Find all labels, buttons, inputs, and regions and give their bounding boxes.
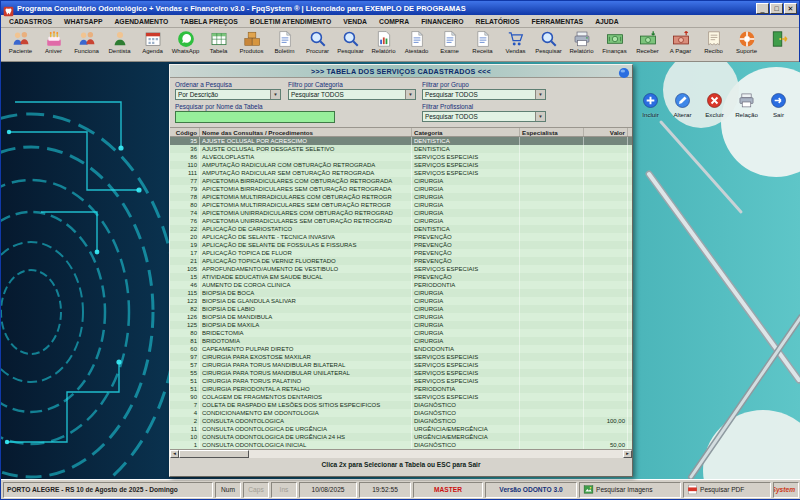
menu-item-tabela-pre-os[interactable]: TABELA PREÇOS bbox=[174, 18, 243, 25]
table-name-search-input[interactable] bbox=[175, 111, 335, 123]
toolbar-button-exame[interactable]: Exame bbox=[433, 29, 466, 55]
table-row[interactable]: 82BIOPSIA DE LABIOCIRURGIA bbox=[170, 305, 632, 313]
menu-item-ferramentas[interactable]: FERRAMENTAS bbox=[526, 18, 590, 25]
toolbar-button-atestado[interactable]: Atestado bbox=[400, 29, 433, 55]
menu-item-financeiro[interactable]: FINANCEIRO bbox=[415, 18, 469, 25]
categoria-select[interactable]: Pesquisar TODOS ▼ bbox=[288, 89, 416, 100]
table-row[interactable]: 57CIRURGIA PARA TORUS MANDIBULAR BILATER… bbox=[170, 361, 632, 369]
chevron-down-icon[interactable]: ▼ bbox=[270, 90, 280, 99]
toolbar-button-relat-rio[interactable]: Relatório bbox=[565, 29, 598, 55]
toolbar-button-a-pagar[interactable]: A Pagar bbox=[664, 29, 697, 55]
toolbar-button-paciente[interactable]: Paciente bbox=[4, 29, 37, 55]
scroll-track[interactable] bbox=[179, 450, 623, 458]
toolbar-button-suporte[interactable]: Suporte bbox=[730, 29, 763, 55]
table-row[interactable]: 20APLICAÇÃO DE SELANTE - TECNICA INVASIV… bbox=[170, 233, 632, 241]
table-row[interactable]: 35AJUSTE OCLUSAL POR ACRESCIMODENTISTICA bbox=[170, 137, 632, 145]
menu-item-agendamento[interactable]: AGENDAMENTO bbox=[108, 18, 174, 25]
menu-item-cadastros[interactable]: CADASTROS bbox=[3, 18, 58, 25]
table-row[interactable]: 15ATIVIDADE EDUCATIVA EM SAUDE BUCALPREV… bbox=[170, 273, 632, 281]
table-row[interactable]: 1CONSULTA ODONTOLOGICA INICIALDIAGNÓSTIC… bbox=[170, 441, 632, 449]
column-header[interactable]: Especialista bbox=[520, 128, 584, 136]
toolbar-button-funciona[interactable]: Funciona bbox=[70, 29, 103, 55]
table-row[interactable]: 21APLICAÇÃO TOPICA DE VERNIZ FLUORETADOP… bbox=[170, 257, 632, 265]
toolbar-button-relat-rio[interactable]: Relatório bbox=[367, 29, 400, 55]
toolbar-button-whatsapp[interactable]: WhatsApp bbox=[169, 29, 202, 55]
table-row[interactable]: 125BIOPSIA DE MAXILACIRURGIA bbox=[170, 321, 632, 329]
toolbar-button-pesquisar[interactable]: Pesquisar bbox=[334, 29, 367, 55]
table-row[interactable]: 22APLICAÇÃO DE CARIOSTATICODENTISTICA bbox=[170, 225, 632, 233]
table-row[interactable]: 2CONSULTA ODONTOLOGICADIAGNÓSTICO100,00 bbox=[170, 417, 632, 425]
search-images-button[interactable]: Pesquisar Imagens bbox=[579, 482, 681, 498]
column-header[interactable]: Categoria bbox=[412, 128, 520, 136]
toolbar-button-boletim[interactable]: Boletim bbox=[268, 29, 301, 55]
table-row[interactable]: 11CONSULTA ODONTOLOGICA DE URGÊNCIAURGÊN… bbox=[170, 425, 632, 433]
table-row[interactable]: 51CIRURGIA PARA TORUS PALATINOSERVIÇOS E… bbox=[170, 377, 632, 385]
toolbar-button-receita[interactable]: Receita bbox=[466, 29, 499, 55]
table-row[interactable]: 36AJUSTE OCLUSAL POR DESGASTE SELETIVODE… bbox=[170, 145, 632, 153]
ordenar-select[interactable]: Por Descrição ▼ bbox=[175, 89, 281, 100]
table-row[interactable]: 76APICETOMIA UNIRRADICULARES SEM OBTURAÇ… bbox=[170, 217, 632, 225]
menu-item-boletim-atendimento[interactable]: BOLETIM ATENDIMENTO bbox=[244, 18, 337, 25]
scroll-right-icon[interactable]: ► bbox=[623, 450, 632, 458]
table-row[interactable]: 55CIRURGIA PARA TORUS MANDIBULAR UNILATE… bbox=[170, 369, 632, 377]
toolbar-button-tabela[interactable]: Tabela bbox=[202, 29, 235, 55]
menu-item-compra[interactable]: COMPRA bbox=[373, 18, 415, 25]
toolbar-button-sair[interactable] bbox=[763, 29, 796, 48]
horizontal-scrollbar[interactable]: ◄ ► bbox=[170, 449, 632, 458]
column-header[interactable]: Nome das Consultas / Procedimentos bbox=[200, 128, 412, 136]
toolbar-button-vendas[interactable]: Vendas bbox=[499, 29, 532, 55]
table-row[interactable]: 111AMPUTAÇÃO RADICULAR SEM OBTURAÇÃO RET… bbox=[170, 169, 632, 177]
minimize-button[interactable]: _ bbox=[756, 3, 769, 14]
table-row[interactable]: 80APICETOMIA MULTIRRADICULARES SEM OBTUR… bbox=[170, 201, 632, 209]
chevron-down-icon[interactable]: ▼ bbox=[535, 112, 545, 121]
info-sphere-icon[interactable] bbox=[618, 65, 630, 77]
toolbar-button-procurar[interactable]: Procurar bbox=[301, 29, 334, 55]
table-row[interactable]: 105APROFUNDAMENTO/AUMENTO DE VESTIBULOSE… bbox=[170, 265, 632, 273]
table-row[interactable]: 4CONDICIONAMENTO EM ODONTOLOGIADIAGNÓSTI… bbox=[170, 409, 632, 417]
table-row[interactable]: 60CAPEAMENTO PULPAR DIRETOENDODONTIA bbox=[170, 345, 632, 353]
chevron-down-icon[interactable]: ▼ bbox=[405, 90, 415, 99]
table-row[interactable]: 110AMPUTAÇÃO RADICULAR COM OBTURAÇÃO RET… bbox=[170, 161, 632, 169]
maximize-button[interactable]: □ bbox=[770, 3, 783, 14]
menu-item-venda[interactable]: VENDA bbox=[337, 18, 373, 25]
table-row[interactable]: 46AUMENTO DE COROA CLINICAPERIODONTIA bbox=[170, 281, 632, 289]
table-row[interactable]: 115BIOPSIA DE BOCACIRURGIA bbox=[170, 289, 632, 297]
toolbar-button-produtos[interactable]: Produtos bbox=[235, 29, 268, 55]
scroll-thumb[interactable] bbox=[179, 450, 249, 458]
menu-item-ajuda[interactable]: AJUDA bbox=[589, 18, 624, 25]
incluir-button[interactable]: Incluir bbox=[638, 92, 663, 118]
search-pdf-button[interactable]: Pesquisar PDF bbox=[683, 482, 771, 498]
table-row[interactable]: 81BRIDOTOMIACIRURGIA bbox=[170, 337, 632, 345]
menu-item-whatsapp[interactable]: WHATSAPP bbox=[58, 18, 108, 25]
menu-item-relat-rios[interactable]: RELATÓRIOS bbox=[469, 18, 525, 25]
table-row[interactable]: 74APICETOMIA UNIRRADICULARES COM OBTURAÇ… bbox=[170, 209, 632, 217]
profissional-select[interactable]: Pesquisar TODOS ▼ bbox=[422, 111, 546, 122]
table-row[interactable]: 90COLAGEM DE FRAGMENTOS DENTARIOSSERVIÇO… bbox=[170, 393, 632, 401]
close-button[interactable]: ✕ bbox=[784, 3, 797, 14]
table-row[interactable]: 19APLICAÇÃO DE SELANTE DE FOSSULAS E FIS… bbox=[170, 241, 632, 249]
table-row[interactable]: 77APICETOMIA BIRRADICULARES COM OBTURAÇÃ… bbox=[170, 177, 632, 185]
table-row[interactable]: 97CIRURGIA PARA EXOSTOSE MAXILARSERVIÇOS… bbox=[170, 353, 632, 361]
table-row[interactable]: 78APICETOMIA MULTIRRADICULARES COM OBTUR… bbox=[170, 193, 632, 201]
relacao-button[interactable]: Relação bbox=[734, 92, 759, 118]
sair-button[interactable]: Sair bbox=[766, 92, 791, 118]
chevron-down-icon[interactable]: ▼ bbox=[535, 90, 545, 99]
table-row[interactable]: 126BIOPSIA DE MANDIBULACIRURGIA bbox=[170, 313, 632, 321]
table-row[interactable]: 123BIOPSIA DE GLANDULA SALIVARCIRURGIA bbox=[170, 297, 632, 305]
excluir-button[interactable]: Excluir bbox=[702, 92, 727, 118]
table-row[interactable]: 7COLETA DE RASPADO EM LESÕES DOS SITIOS … bbox=[170, 401, 632, 409]
alterar-button[interactable]: Alterar bbox=[670, 92, 695, 118]
toolbar-button-pesquisar[interactable]: Pesquisar bbox=[532, 29, 565, 55]
toolbar-button-aniver[interactable]: Aniver bbox=[37, 29, 70, 55]
toolbar-button-receber[interactable]: Receber bbox=[631, 29, 664, 55]
toolbar-button-finan-as[interactable]: Finanças bbox=[598, 29, 631, 55]
table-row[interactable]: 51CIRURGIA PERIODONTAL A RETALHOPERIODON… bbox=[170, 385, 632, 393]
toolbar-button-agenda[interactable]: Agenda bbox=[136, 29, 169, 55]
scroll-left-icon[interactable]: ◄ bbox=[170, 450, 179, 458]
toolbar-button-dentista[interactable]: Dentista bbox=[103, 29, 136, 55]
grupo-select[interactable]: Pesquisar TODOS ▼ bbox=[422, 89, 546, 100]
column-header[interactable]: Código bbox=[170, 128, 200, 136]
table-row[interactable]: 86ALVEOLOPLASTIASERVIÇOS ESPECIAIS bbox=[170, 153, 632, 161]
toolbar-button-recibo[interactable]: Recibo bbox=[697, 29, 730, 55]
table-row[interactable]: 17APLICAÇÃO TOPICA DE FLUORPREVENÇÃO bbox=[170, 249, 632, 257]
